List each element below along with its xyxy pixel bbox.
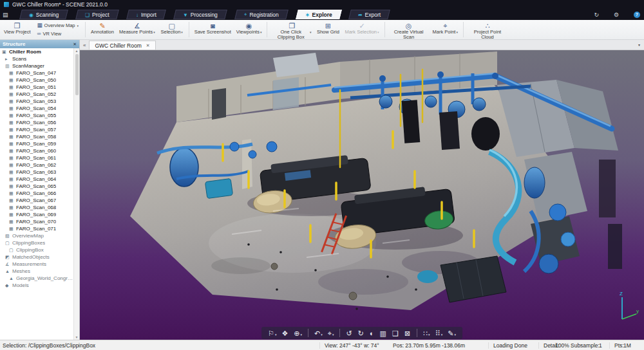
tree-item[interactable]: ▦ FARO_Scan_055: [0, 112, 73, 119]
project-point-cloud-button[interactable]: ∴ Project Point Cloud: [466, 21, 509, 39]
processing-tab-icon: ▼: [183, 12, 188, 17]
tree-item[interactable]: ◩ MatchedObjects: [0, 253, 73, 261]
tree-item[interactable]: ▦ FARO_Scan_059: [0, 140, 73, 147]
tab-export[interactable]: ➦Export: [349, 10, 391, 19]
tree-item[interactable]: ▦ FARO_Scan_070: [0, 218, 73, 225]
tree-item[interactable]: ▦ FARO_Scan_052: [0, 91, 73, 98]
pan-tool-button[interactable]: ❖: [281, 329, 289, 337]
tree-item[interactable]: ▦ FARO_Scan_069: [0, 211, 73, 218]
selection-button[interactable]: ▢ Selection▾: [158, 21, 186, 39]
tree-item[interactable]: ▦ FARO_Scan_064: [0, 176, 73, 183]
collapse-panel-icon[interactable]: «: [83, 42, 86, 48]
tree-item-label: FARO_Scan_059: [16, 141, 56, 147]
scroll-down-icon[interactable]: ▼: [75, 335, 79, 340]
mark-selection-button[interactable]: ✓ Mark Selection▾: [342, 21, 381, 39]
tree-item[interactable]: ▦ FARO_Scan_068: [0, 204, 73, 211]
tree-item-icon: ▦: [9, 219, 14, 225]
tree-item[interactable]: ▦ FARO_Scan_065: [0, 183, 73, 190]
tree-item[interactable]: ▥ ScanManager: [0, 62, 73, 69]
file-menu-icon[interactable]: ▤: [3, 12, 8, 18]
contrast-view-button[interactable]: ◐: [370, 329, 375, 337]
document-tab[interactable]: GWC Chiller Room ✕: [89, 41, 155, 50]
spin-view-button[interactable]: ↻: [358, 329, 365, 337]
tree-item[interactable]: ◆ Models: [0, 282, 73, 289]
axis-y-label: y: [636, 308, 639, 314]
close-tab-icon[interactable]: ✕: [146, 43, 150, 48]
close-panel-icon[interactable]: ✕: [73, 42, 77, 47]
tree-item[interactable]: ▦ FARO_Scan_071: [0, 225, 73, 232]
point-display-button[interactable]: ⠿ ▾: [435, 329, 443, 337]
tab-scanning[interactable]: ◉Scanning: [19, 10, 68, 19]
tab-registration[interactable]: ⌖Registration: [234, 10, 289, 19]
tree-item-label: FARO_Scan_070: [16, 219, 56, 225]
measure-tool-button[interactable]: ⚐ ▾: [268, 329, 276, 337]
tree-item[interactable]: ▢ ClippingBox: [0, 246, 73, 253]
caret-down-icon: ▾: [153, 30, 155, 34]
caret-down-icon: ▾: [310, 30, 312, 34]
show-grid-button[interactable]: ⊞ Show Grid: [314, 21, 342, 39]
vr-view-button[interactable]: ∞ VR View: [35, 30, 80, 37]
viewport-3d[interactable]: ⚐ ▾ ❖ ⊕ ▾: [80, 50, 644, 340]
seek-target-button[interactable]: ⌖ ▾: [328, 329, 334, 337]
tree-item[interactable]: ▦ FARO_Scan_053: [0, 98, 73, 105]
tree-item[interactable]: ▦ FARO_Scan_056: [0, 119, 73, 126]
tree-item[interactable]: ▧ OverviewMap: [0, 232, 73, 239]
settings-gear-icon[interactable]: ⚙: [614, 12, 619, 18]
tab-list-dropdown-icon[interactable]: ▾: [638, 42, 640, 47]
tree-item[interactable]: ▲ Georgia_World_Congress_Center_Chiller_…: [0, 275, 73, 282]
tree-item[interactable]: ▢ ClippingBoxes: [0, 239, 73, 246]
sync-icon[interactable]: ↻: [594, 12, 599, 18]
annotation-button[interactable]: ✎ Annotation: [88, 21, 117, 39]
tree-item[interactable]: ▦ FARO_Scan_062: [0, 161, 73, 169]
help-icon[interactable]: ?: [634, 12, 640, 18]
view-cube-button[interactable]: ❑: [392, 329, 399, 337]
one-click-clipping-box-button[interactable]: ❐ One Click Clipping Box▾: [270, 21, 314, 39]
viewport-toolbar-divider[interactable]: [308, 329, 308, 337]
create-virtual-scan-button[interactable]: ◎ Create Virtual Scan: [388, 21, 430, 39]
tree-item[interactable]: ▦ FARO_Scan_047: [0, 69, 73, 77]
tree-item-label: OverviewMap: [12, 233, 44, 239]
zoom-tool-button[interactable]: ⊕ ▾: [294, 329, 302, 337]
tree-item-label: FARO_Scan_052: [16, 91, 56, 97]
save-screenshot-button[interactable]: ◙ Save Screenshot: [192, 21, 234, 39]
tree-item[interactable]: ▦ FARO_Scan_054: [0, 105, 73, 112]
viewpoints-button[interactable]: ◉ Viewpoints▾: [234, 21, 265, 39]
viewport-toolbar-divider[interactable]: [417, 329, 417, 337]
tree-item[interactable]: ▦ FARO_Scan_051: [0, 84, 73, 91]
tree-item[interactable]: ▦ FARO_Scan_067: [0, 197, 73, 204]
tab-explore[interactable]: ✶Explore: [296, 10, 342, 19]
tree-item[interactable]: ▦ FARO_Scan_058: [0, 133, 73, 140]
mark-point-button[interactable]: ⌖ Mark Point▾: [430, 21, 460, 39]
import-tab-icon: ↓: [136, 12, 138, 17]
tree-item[interactable]: ▸ Scans: [0, 55, 73, 62]
tree-item[interactable]: ▦ FARO_Scan_050: [0, 77, 73, 84]
tree-item[interactable]: ▦ FARO_Scan_066: [0, 190, 73, 197]
tree-item-icon: ▦: [9, 170, 14, 175]
tree-item-icon: ▲: [5, 269, 10, 273]
scrollbar-thumb[interactable]: [75, 54, 79, 95]
fullscreen-button[interactable]: ⊠: [404, 329, 411, 337]
tree-item[interactable]: ▦ FARO_Scan_060: [0, 147, 73, 154]
tree-item[interactable]: ▦ FARO_Scan_063: [0, 169, 73, 176]
previous-view-button[interactable]: ↶ ▾: [314, 329, 323, 337]
view-project-button[interactable]: ❒ View Project: [1, 21, 33, 39]
overview-map-button[interactable]: ▦ Overview Map ▾: [35, 22, 80, 29]
tab-project[interactable]: ❏Project: [75, 10, 118, 19]
measure-points-button[interactable]: ∡ Measure Points▾: [117, 21, 158, 39]
scroll-up-icon[interactable]: ▲: [75, 48, 79, 53]
tree-item[interactable]: ∡ Measurements: [0, 261, 73, 268]
viewport-toolbar-divider[interactable]: [340, 329, 341, 337]
tab-processing[interactable]: ▼Processing: [173, 10, 227, 19]
tree-item[interactable]: ▲ Meshes: [0, 268, 73, 275]
tree-item[interactable]: ▣ Chiller Room: [0, 48, 73, 55]
tree-item-label: FARO_Scan_056: [16, 120, 56, 125]
tab-import[interactable]: ↓Import: [126, 10, 166, 19]
tree-item[interactable]: ▦ FARO_Scan_061: [0, 154, 73, 161]
orbit-view-button[interactable]: ↺: [346, 329, 353, 337]
structure-scrollbar[interactable]: ▲ ▼: [73, 48, 79, 340]
tree-item[interactable]: ▦ FARO_Scan_057: [0, 126, 73, 133]
histogram-button[interactable]: ▥: [380, 329, 387, 337]
grid-display-button[interactable]: ∷ ▾: [423, 329, 430, 337]
appearance-button[interactable]: ✎ ▾: [448, 329, 456, 337]
status-position: Pos: 23.70m 5.95m -138.06m: [393, 342, 465, 349]
